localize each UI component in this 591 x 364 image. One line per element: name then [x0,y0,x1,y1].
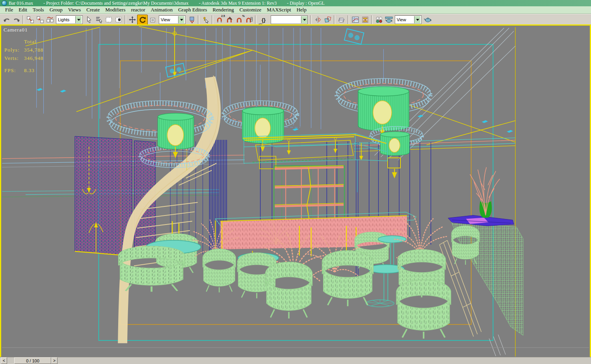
teapot-icon [424,17,432,23]
named-selection-sets-dropdown[interactable] [271,15,308,24]
chandelier-right [336,78,430,135]
menu-help[interactable]: Help [294,7,309,13]
club-chair [266,262,312,318]
material-editor-button[interactable] [374,15,384,24]
layer-manager-button[interactable] [336,15,346,24]
menu-customize[interactable]: Customize [237,7,264,13]
render-type-value: View [395,17,414,22]
edit-named-selection-sets-button[interactable]: {}ABC [258,15,269,24]
reference-coordinate-system-dropdown[interactable]: View [159,15,186,24]
chevron-down-icon [303,19,306,21]
percent-snap-toggle-button[interactable]: % [234,15,244,24]
mirror-icon [314,16,322,23]
menu-bar: File Edit Tools Group Views Create Modif… [0,6,591,14]
menu-tools[interactable]: Tools [30,7,47,13]
spinner-magnet-icon [245,16,253,23]
menu-animation[interactable]: Animation [148,7,176,13]
menu-maxscript[interactable]: MAXScript [264,7,294,13]
unlink-icon [37,16,44,23]
menu-create[interactable]: Create [84,7,102,13]
menu-modifiers[interactable]: Modifiers [102,7,128,13]
time-slider-track[interactable] [58,357,591,364]
schematic-view-button[interactable] [360,15,370,24]
material-balls-icon [375,16,383,23]
window-title-filename: Bar 016.max [9,0,33,6]
space-warp-icon [46,16,54,23]
marquee-rect-icon [105,16,112,23]
selection-filter-dropdown[interactable]: Lights [56,15,83,24]
quick-render-button[interactable] [423,15,433,24]
dropdown-arrow-button[interactable] [178,16,184,23]
braces-icon: {} [262,17,266,23]
snaps-toggle-button[interactable]: 2.5 [214,15,224,24]
dropdown-arrow-button[interactable] [414,16,420,23]
toolbar-separator [125,15,126,24]
schematic-icon [362,16,369,23]
select-and-manipulate-button[interactable] [201,15,210,24]
main-toolbar: Lights View 2.5 % {}ABC [0,14,591,26]
title-bar[interactable]: Bar 016.max - Project Folder: C:\Documen… [0,0,591,6]
chevron-down-icon [180,19,183,21]
toolbar-separator [310,15,312,24]
club-chair [203,249,236,292]
toolbar-separator [198,15,199,24]
dropdown-arrow-button[interactable] [301,16,307,23]
window-title-appinfo: - Autodesk 3ds Max 9 Extension 1: Rev3 [199,0,277,6]
rectangular-selection-region-button[interactable] [104,15,113,24]
select-object-button[interactable] [84,15,94,24]
undo-icon [3,17,10,23]
use-pivot-point-center-button[interactable] [187,15,197,24]
fps-value: 8.33 [24,67,35,73]
spinner-snap-toggle-button[interactable] [244,15,254,24]
select-and-scale-button[interactable] [148,15,158,24]
mirror-button[interactable] [313,15,323,24]
render-type-dropdown[interactable]: View [395,15,422,24]
selection-filter-value: Lights [56,17,75,22]
dropdown-arrow-button[interactable] [75,16,82,23]
next-frame-button[interactable]: > [51,357,58,364]
menu-edit[interactable]: Edit [16,7,30,13]
menu-views[interactable]: Views [65,7,84,13]
viewport-statistics: Total Polys:354,788 Verts:346,948 FPS:8.… [4,37,43,74]
chevron-down-icon [416,19,419,21]
window-title-project: - Project Folder: C:\Documents and Setti… [43,0,189,6]
manipulate-icon [202,16,209,23]
menu-reactor[interactable]: reactor [128,7,148,13]
redo-icon [13,17,20,23]
chandelier-left [158,113,193,157]
select-and-rotate-button[interactable] [137,15,148,25]
next-frame-label: > [53,358,56,363]
angle-magnet-icon [226,16,233,23]
menu-file[interactable]: File [2,7,16,13]
app-icon [2,0,7,6]
unlink-selection-button[interactable] [35,15,45,24]
prev-frame-label: < [3,358,5,363]
club-chair [396,280,451,339]
chevron-down-icon [77,19,80,21]
render-scene-button[interactable] [384,15,394,24]
curve-editor-button[interactable] [350,15,360,24]
window-crossing-icon [115,16,122,23]
bind-to-space-warp-button[interactable] [45,15,55,24]
pivot-icon [188,16,195,23]
menu-group[interactable]: Group [47,7,65,13]
menu-graph-editors[interactable]: Graph Editors [175,7,210,13]
align-button[interactable] [323,15,333,24]
angle-snap-toggle-button[interactable] [224,15,234,24]
time-slider-handle[interactable]: 0 / 100 [14,357,51,364]
select-by-name-button[interactable] [94,15,104,24]
previous-frame-button[interactable]: < [1,357,7,364]
camera-viewport[interactable]: Camera01 Total Polys:354,788 Verts:346,9… [0,24,591,358]
window-crossing-toggle[interactable] [113,15,123,24]
frame-display: 0 / 100 [26,358,39,363]
viewport-canvas [1,26,590,357]
undo-button[interactable] [2,15,11,24]
time-slider-bar: < 0 / 100 > [0,357,591,364]
toolbar-separator [255,15,256,24]
select-and-link-button[interactable] [25,15,35,24]
select-and-move-button[interactable] [127,15,137,24]
polys-label: Polys: [4,46,24,54]
viewport-camera-label[interactable]: Camera01 [4,27,28,33]
menu-rendering[interactable]: Rendering [210,7,236,13]
redo-button[interactable] [11,15,21,24]
